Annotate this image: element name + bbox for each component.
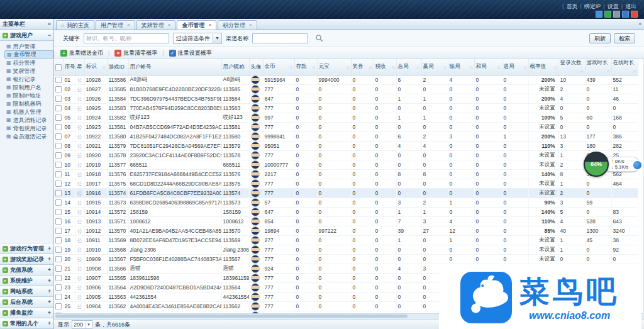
tab-用户管理[interactable]: 用户管理× [96, 20, 135, 30]
expand-plus-icon[interactable]: + [48, 308, 51, 318]
column-header-输局[interactable]: 输局△ [448, 59, 474, 75]
row-select-cell[interactable] [54, 160, 63, 170]
row-select-cell[interactable] [54, 75, 63, 85]
table-row[interactable]: 01公10928113586A8源码A8源码591596409994000006… [54, 75, 638, 85]
speed-gauge-icon[interactable]: 64% [584, 152, 609, 177]
page-size-select[interactable]: 200 ▼ [72, 320, 92, 329]
sidebar-item-金币管理[interactable]: ▦金币管理 [4, 50, 53, 59]
row-checkbox[interactable] [55, 114, 62, 121]
select-all-checkbox[interactable] [55, 64, 62, 70]
topbar-link-退出[interactable]: 退出 [625, 3, 636, 9]
sort-triangle-icon[interactable]: △ [417, 63, 420, 71]
row-checkbox[interactable] [55, 256, 62, 262]
table-row[interactable]: 20公10909113567F5BF0C036F1E40288BAC744083… [54, 255, 638, 264]
row-checkbox[interactable] [55, 190, 62, 196]
search-icon[interactable] [315, 34, 323, 43]
sidebar-item-限制机器码[interactable]: ▦限制机器码 [4, 99, 53, 108]
table-row[interactable]: 07公1092211358041B25F0427484DC082A2A8F1FF… [54, 132, 638, 142]
app-icon-red[interactable] [631, 11, 638, 18]
sidebar-item-道具消耗记录[interactable]: ▦道具消耗记录 [4, 116, 53, 124]
column-header-赢局[interactable]: 赢局△ [421, 59, 448, 75]
close-icon[interactable]: × [168, 21, 171, 30]
table-row[interactable]: 19公10910113568Jiang 2306Jiang 2306777000… [54, 245, 638, 255]
row-checkbox[interactable] [55, 209, 62, 215]
row-checkbox[interactable] [55, 105, 62, 111]
row-select-cell[interactable] [54, 208, 63, 217]
column-header-税收[interactable]: 税收△ [374, 59, 396, 75]
row-select-cell[interactable] [54, 132, 63, 142]
table-row[interactable]: 13公1091611357461FDB6FCA5C84C8CBF7EE9232A… [54, 189, 638, 198]
row-select-cell[interactable] [54, 217, 63, 226]
row-select-cell[interactable] [54, 94, 63, 104]
sort-triangle-icon[interactable]: △ [443, 63, 447, 71]
column-header-和局[interactable]: 和局△ [474, 59, 502, 75]
collapse-minus-icon[interactable]: − [48, 30, 51, 40]
sidebar-item-奖牌管理[interactable]: ▦奖牌管理 [4, 67, 53, 75]
expand-plus-icon[interactable]: + [48, 243, 51, 254]
row-select-cell[interactable] [54, 293, 63, 302]
column-header-元宝[interactable]: 元宝△ [317, 59, 351, 75]
sidebar-item-用户管理[interactable]: ▦用户管理 [4, 42, 53, 50]
row-select-cell[interactable] [54, 189, 63, 198]
sort-triangle-icon[interactable]: △ [392, 63, 395, 71]
table-row[interactable]: 10公1091911357766551166551110000777000000… [54, 160, 638, 170]
app-icon-gray[interactable] [613, 11, 620, 18]
row-select-cell[interactable] [54, 236, 63, 245]
row-checkbox[interactable] [55, 303, 62, 309]
sidebar-group-游戏行为管理[interactable]: ▸游戏行为管理+ [0, 243, 53, 254]
row-checkbox[interactable] [55, 247, 62, 253]
table-row[interactable]: 17公10912113570401A21AE9BA04B2AA54CCEB48A… [54, 226, 638, 236]
network-speed-widget[interactable]: 64% ↑ 0K/s ↓ 5.1K/s [584, 152, 639, 177]
table-row[interactable]: 15公1091411357215815915815964700001100014… [54, 208, 638, 217]
column-header-游戏时长[interactable]: 游戏时长△ [585, 59, 611, 75]
header-select-all[interactable] [54, 59, 63, 75]
sidebar-collapse-icon[interactable]: « [48, 19, 51, 30]
column-header-概率值[interactable]: 概率值△ [528, 59, 558, 75]
row-select-cell[interactable] [54, 255, 63, 264]
row-checkbox[interactable] [55, 218, 62, 225]
row-select-cell[interactable] [54, 142, 63, 151]
expand-plus-icon[interactable]: + [48, 286, 51, 296]
expand-plus-icon[interactable]: + [48, 254, 51, 264]
sort-triangle-icon[interactable]: △ [497, 63, 501, 71]
sort-triangle-icon[interactable]: △ [607, 67, 610, 75]
row-select-cell[interactable] [54, 151, 63, 160]
column-header-总局[interactable]: 总局△ [396, 59, 421, 75]
sidebar-item-限制IP地址[interactable]: ▦限制IP地址 [4, 91, 53, 99]
row-select-cell[interactable] [54, 283, 63, 293]
row-checkbox[interactable] [55, 124, 62, 130]
sidebar-item-背包使用记录[interactable]: ▦背包使用记录 [4, 124, 53, 132]
row-select-cell[interactable] [54, 198, 63, 208]
close-icon[interactable]: × [127, 21, 130, 30]
row-checkbox[interactable] [55, 162, 62, 168]
column-header-逃局[interactable]: 逃局△ [502, 59, 528, 75]
expand-plus-icon[interactable]: + [48, 297, 51, 307]
sort-triangle-icon[interactable]: △ [633, 67, 636, 75]
sidebar-group-游戏奖励记录[interactable]: ▸游戏奖励记录+ [0, 254, 53, 265]
toolbar-button-批量清零概率[interactable]: ×批量清零概率 [111, 49, 161, 57]
table-row[interactable]: 08公109211135797DC81051FC29426CBA04569AE7… [54, 142, 638, 151]
expand-plus-icon[interactable]: + [48, 276, 51, 286]
tab-金币管理[interactable]: 金币管理× [177, 20, 216, 30]
horizontal-scroll-thumb[interactable] [55, 315, 408, 318]
toolbar-button-批量设置概率[interactable]: ✓批量设置概率 [165, 49, 216, 57]
row-select-cell[interactable] [54, 274, 63, 283]
row-checkbox[interactable] [55, 228, 62, 234]
row-checkbox[interactable] [55, 237, 62, 243]
sort-triangle-icon[interactable]: △ [524, 63, 527, 71]
row-select-cell[interactable] [54, 170, 63, 179]
filter-criteria-select[interactable]: 过滤筛选条件 ▼ [173, 33, 222, 44]
tab-overflow-icon[interactable]: » [638, 21, 641, 27]
column-header-在线时长[interactable]: 在线时长△ [611, 59, 638, 75]
row-select-cell[interactable] [54, 85, 63, 94]
sidebar-item-会员激活记录[interactable]: ▦会员激活记录 [4, 132, 53, 140]
row-checkbox[interactable] [55, 265, 62, 272]
row-select-cell[interactable] [54, 179, 63, 189]
sidebar-item-积分管理[interactable]: ▦积分管理 [4, 59, 53, 67]
close-icon[interactable]: × [249, 21, 252, 30]
sidebar-group-捕鱼监控[interactable]: ▸捕鱼监控+ [0, 308, 53, 318]
column-header-金币[interactable]: 金币△ [263, 59, 294, 75]
row-select-cell[interactable] [54, 245, 63, 255]
keyword-input[interactable] [84, 33, 169, 43]
sidebar-item-限制用户名[interactable]: ▦限制用户名 [4, 83, 53, 91]
